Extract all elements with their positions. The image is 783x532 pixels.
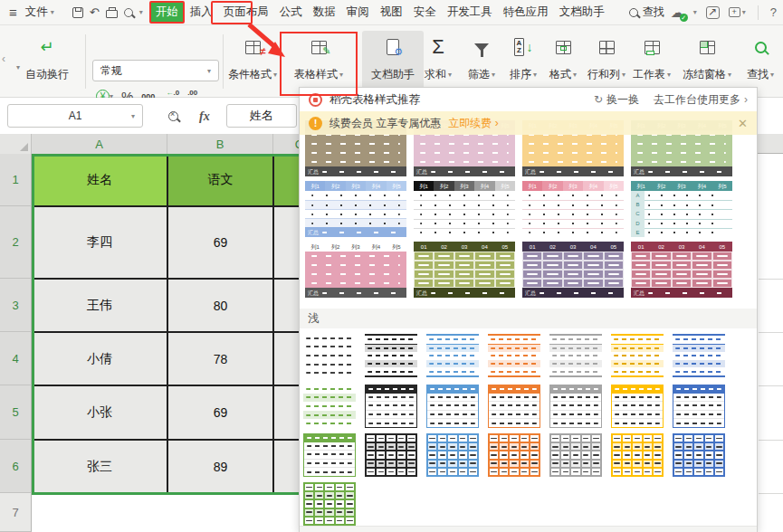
- rows-cols-button[interactable]: 行和列▾: [583, 31, 630, 92]
- light-style-preview[interactable]: [303, 385, 356, 428]
- help-icon[interactable]: ?: [770, 5, 777, 19]
- row-header[interactable]: 4: [0, 332, 32, 385]
- zoom-icon[interactable]: [168, 109, 178, 124]
- table-style-button[interactable]: ✎ 表格样式▾: [282, 31, 355, 92]
- share-icon[interactable]: ↗: [706, 6, 720, 19]
- light-style-preview[interactable]: [426, 334, 479, 377]
- menu-tab[interactable]: 数据: [308, 2, 341, 23]
- print-preview-icon[interactable]: [124, 4, 133, 22]
- menu-tab[interactable]: 审阅: [341, 2, 375, 23]
- close-icon[interactable]: ✕: [738, 117, 748, 130]
- save-icon[interactable]: [72, 4, 83, 22]
- conditional-format-button[interactable]: ≠ 条件格式▾: [225, 31, 280, 92]
- preview-cell: [550, 434, 560, 442]
- more-styles-link[interactable]: 去工作台使用更多 ›: [654, 92, 748, 108]
- premium-style-preview[interactable]: 0102030405汇总: [631, 242, 732, 298]
- light-style-preview[interactable]: [426, 385, 479, 428]
- refresh-button[interactable]: ↻ 换一换: [594, 92, 639, 108]
- cell[interactable]: 小倩: [32, 332, 167, 385]
- cell[interactable]: 78: [167, 332, 273, 385]
- cell[interactable]: 80: [167, 279, 273, 332]
- find-button[interactable]: 查找▾: [739, 31, 782, 92]
- wrap-text-button[interactable]: ↵ 自动换行: [13, 31, 81, 92]
- undo-icon[interactable]: ↶: [90, 4, 100, 22]
- row-header[interactable]: 6: [0, 440, 32, 493]
- cell[interactable]: 张三: [32, 440, 167, 493]
- freeze-panes-button[interactable]: 冻结窗格▾: [679, 31, 735, 92]
- light-style-preview[interactable]: [611, 385, 664, 428]
- menu-tab[interactable]: 文档助手: [554, 2, 610, 23]
- light-style-preview[interactable]: [673, 334, 725, 377]
- filter-button[interactable]: 筛选▾: [462, 31, 501, 92]
- light-style-preview[interactable]: [303, 433, 356, 477]
- light-style-preview[interactable]: [365, 385, 417, 428]
- formula-input[interactable]: 姓名: [226, 104, 297, 128]
- cell[interactable]: 89: [167, 440, 273, 493]
- premium-style-preview[interactable]: 列1列2列3列4列5汇总: [305, 242, 406, 298]
- light-style-preview[interactable]: [488, 334, 540, 377]
- cell[interactable]: 王伟: [32, 279, 167, 332]
- premium-style-preview[interactable]: 列1列2列3列4列5: [414, 181, 515, 237]
- cell[interactable]: 姓名: [32, 154, 167, 206]
- row-header[interactable]: 3: [0, 279, 32, 332]
- cell[interactable]: 李四: [32, 206, 167, 279]
- select-all-corner[interactable]: [0, 134, 32, 154]
- light-style-preview[interactable]: [549, 385, 602, 428]
- light-style-preview[interactable]: [673, 433, 725, 477]
- menu-tab[interactable]: 页面布局: [218, 2, 274, 23]
- cell[interactable]: 小张: [32, 385, 167, 440]
- light-style-preview[interactable]: [426, 433, 479, 477]
- renew-link[interactable]: 立即续费 ›: [448, 116, 498, 131]
- cloud-caret-icon[interactable]: ▾: [693, 8, 697, 16]
- light-style-preview[interactable]: [303, 334, 356, 377]
- format-button[interactable]: 格式▾: [545, 31, 581, 92]
- row-header[interactable]: 1: [0, 154, 32, 206]
- premium-style-preview[interactable]: 0102030405汇总: [522, 242, 624, 298]
- menu-tab[interactable]: 特色应用: [498, 2, 554, 23]
- row-header[interactable]: 7: [0, 493, 32, 532]
- menu-tab[interactable]: 公式: [274, 2, 308, 23]
- premium-style-preview[interactable]: 列1列2列3列4列5: [522, 181, 624, 237]
- light-style-preview[interactable]: [549, 433, 602, 477]
- column-header[interactable]: B: [167, 134, 273, 154]
- row-header[interactable]: 2: [0, 206, 32, 279]
- column-header[interactable]: A: [32, 134, 167, 154]
- premium-style-preview[interactable]: 列1列2列3列4列5汇总: [305, 181, 406, 237]
- light-style-preview[interactable]: [611, 433, 664, 477]
- light-style-preview[interactable]: [365, 334, 417, 377]
- light-style-preview[interactable]: [365, 433, 417, 477]
- new-tab-icon[interactable]: +▾: [729, 7, 746, 17]
- preview-body-row: [414, 191, 515, 200]
- print-icon[interactable]: [106, 4, 118, 22]
- row-header[interactable]: 5: [0, 385, 32, 440]
- premium-style-preview[interactable]: 0102030405汇总: [414, 242, 515, 298]
- cell[interactable]: 69: [167, 385, 273, 440]
- sum-button[interactable]: Σ 求和▾: [418, 31, 458, 92]
- menu-search[interactable]: 查找: [629, 5, 664, 20]
- light-style-preview[interactable]: [611, 334, 664, 377]
- name-box[interactable]: A1▾: [7, 104, 143, 128]
- menu-tab[interactable]: 视图: [375, 2, 408, 23]
- hamburger-icon[interactable]: ≡: [7, 5, 19, 20]
- quick-access-caret-icon[interactable]: ▾: [139, 8, 143, 16]
- light-style-preview[interactable]: [673, 385, 725, 428]
- light-style-preview[interactable]: [549, 334, 602, 377]
- cloud-sync-icon[interactable]: ☁✓: [671, 5, 684, 21]
- number-format-select[interactable]: 常规▾: [92, 60, 219, 81]
- menu-tab-active[interactable]: 开始: [149, 1, 185, 24]
- light-style-preview[interactable]: [488, 385, 540, 428]
- fx-icon[interactable]: fx: [199, 109, 210, 124]
- ribbon-collapse-icon[interactable]: ‹: [2, 52, 5, 65]
- light-style-preview[interactable]: [303, 482, 356, 526]
- premium-style-preview[interactable]: 列1列2列3列4列5ABCDE: [631, 181, 732, 237]
- sort-button[interactable]: AZ↓ 排序▾: [503, 31, 543, 92]
- menu-tab[interactable]: 安全: [408, 2, 442, 23]
- menu-tab[interactable]: 插入: [185, 2, 218, 23]
- light-style-preview[interactable]: [488, 433, 540, 477]
- file-menu[interactable]: 文件▾: [25, 5, 54, 20]
- doc-assistant-button[interactable]: ⚙ 文档助手: [362, 31, 424, 92]
- cell[interactable]: 69: [167, 206, 273, 279]
- menu-tab[interactable]: 开发工具: [442, 2, 498, 23]
- cell[interactable]: 语文: [167, 154, 273, 206]
- worksheet-button[interactable]: 工作表▾: [628, 31, 675, 92]
